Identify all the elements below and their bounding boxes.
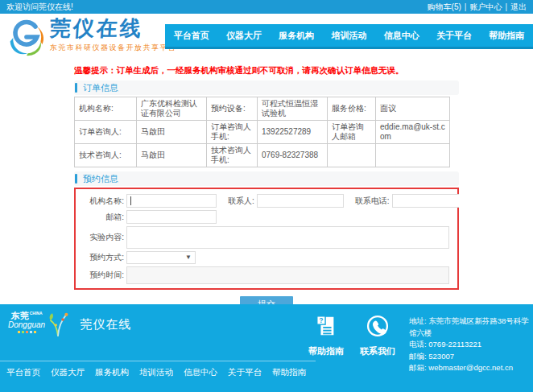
device-value: 可程式恒温恒湿试验机 [258, 97, 328, 121]
tech-contact-value: 马啟田 [137, 144, 207, 167]
divider: | [505, 2, 507, 11]
header: 莞仪在线 东莞市科研仪器设备开放共享平台 平台首页 仪器大厅 服务机构 培训活动… [0, 14, 533, 63]
empty-cell [376, 144, 450, 167]
logo-text: 莞仪在线 东莞市科研仪器设备开放共享平台 [50, 16, 177, 53]
help-guide-link[interactable]: ? 帮助指南 [308, 314, 344, 357]
footer-nav-home[interactable]: 平台首页 [6, 367, 40, 378]
footer-nav: 平台首页 仪器大厅 服务机构 培训活动 信息中心 关于平台 帮助指南 [6, 367, 306, 378]
table-row: 订单咨询人: 马啟田 订单咨询人手机: 13922527289 订单咨询人邮箱 … [75, 121, 450, 144]
table-row: 技术咨询人: 马啟田 技术咨询人手机: 0769-82327388 [75, 144, 450, 167]
tech-phone-value: 0769-82327388 [258, 144, 328, 167]
booking-phone-label: 联系电话: [355, 196, 390, 207]
footer-brand: 东莞CHINA Dongguan 莞仪在线 [8, 311, 131, 341]
footer-contact-info: 地址: 东莞市莞城区新芬路38号科学馆六楼 电话: 0769-22113221 … [409, 316, 533, 374]
booking-method-label: 预约方式: [77, 252, 124, 263]
svg-text:?: ? [319, 316, 323, 324]
page: 欢迎访问莞仪在线! 购物车(5)|账户中心|退出 莞仪在线 东莞市科研仪器设备开… [0, 0, 533, 392]
order-info-title: 订单信息 [83, 82, 118, 94]
section-accent-bar [75, 83, 77, 93]
order-phone-value: 13922527289 [258, 121, 328, 144]
device-label: 预约设备: [207, 97, 258, 121]
footer-address: 地址: 东莞市莞城区新芬路38号科学馆六楼 [409, 316, 533, 339]
org-name-label: 机构名称: [75, 97, 137, 121]
chevron-down-icon: ▼ [185, 254, 192, 261]
footer-phone: 电话: 0769-22113221 [409, 339, 533, 351]
contact-phone-icon [366, 327, 390, 340]
footer-nav-training[interactable]: 培训活动 [139, 367, 173, 378]
price-label: 服务价格: [328, 97, 376, 121]
account-link[interactable]: 账户中心 [469, 2, 502, 11]
nav-item-help[interactable]: 帮助指南 [489, 30, 524, 42]
booking-phone-input[interactable] [392, 194, 459, 208]
booking-content-label: 实验内容: [77, 232, 124, 243]
nav-item-training[interactable]: 培训活动 [331, 30, 366, 42]
contact-us-link[interactable]: 联系我们 [360, 314, 395, 357]
welcome-text: 欢迎访问莞仪在线! [6, 2, 73, 13]
nav-item-instruments[interactable]: 仪器大厅 [226, 30, 262, 42]
booking-email-label: 邮箱: [77, 212, 124, 223]
footer-nav-agencies[interactable]: 服务机构 [95, 367, 129, 378]
order-info-table: 机构名称: 广东优科检测认证有限公司 预约设备: 可程式恒温恒湿试验机 服务价格… [74, 97, 450, 167]
nav-item-info-center[interactable]: 信息中心 [384, 30, 419, 42]
site-title: 莞仪在线 [49, 16, 178, 40]
text-caret [130, 196, 131, 205]
nav-item-home[interactable]: 平台首页 [174, 30, 209, 42]
dongguan-city-logo: 东莞CHINA Dongguan [8, 311, 45, 333]
order-info-section-header: 订单信息 [74, 80, 459, 95]
footer-divider [0, 361, 316, 361]
footer-site-name: 莞仪在线 [80, 317, 131, 332]
footer-postcode: 邮编: 523007 [409, 351, 533, 363]
booking-form: 机构名称: 联系人: 联系电话: 邮箱: 实验内容: 预约方式: ▼ 预约时间: [74, 188, 459, 290]
logo-g-hands-icon [6, 16, 45, 61]
order-contact-label: 订单咨询人: [75, 121, 137, 144]
booking-time-label: 预约时间: [77, 270, 124, 281]
footer-nav-instruments[interactable]: 仪器大厅 [51, 367, 85, 378]
booking-info-title: 预约信息 [83, 173, 118, 185]
footer-nav-help[interactable]: 帮助指南 [272, 367, 306, 378]
footer-quick-links: ? 帮助指南 联系我们 [308, 314, 395, 357]
booking-contact-label: 联系人: [228, 196, 254, 207]
order-email-label: 订单咨询人邮箱 [328, 121, 376, 144]
topbar-links: 购物车(5)|账户中心|退出 [428, 2, 527, 13]
footer-nav-info-center[interactable]: 信息中心 [184, 367, 217, 378]
booking-org-input[interactable] [126, 194, 217, 208]
empty-cell [328, 144, 376, 167]
site-tagline: 东莞市科研仪器设备开放共享平台 [50, 43, 177, 53]
booking-time-field[interactable] [126, 266, 449, 284]
section-accent-bar [75, 174, 77, 184]
booking-method-select[interactable]: ▼ [126, 251, 196, 264]
site-logo[interactable]: 莞仪在线 东莞市科研仪器设备开放共享平台 [6, 16, 177, 61]
order-contact-value: 马啟田 [137, 121, 207, 144]
booking-email-input[interactable] [126, 210, 217, 224]
nav-item-about[interactable]: 关于平台 [436, 30, 472, 42]
divider: | [465, 2, 467, 11]
nav-item-agencies[interactable]: 服务机构 [279, 30, 314, 42]
topbar: 欢迎访问莞仪在线! 购物车(5)|账户中心|退出 [0, 0, 533, 14]
main-nav: 平台首页 仪器大厅 服务机构 培训活动 信息中心 关于平台 帮助指南 [165, 24, 533, 49]
table-row: 机构名称: 广东优科检测认证有限公司 预约设备: 可程式恒温恒湿试验机 服务价格… [75, 97, 450, 121]
booking-info-section-header: 预约信息 [74, 171, 459, 186]
tech-contact-label: 技术咨询人: [75, 144, 137, 167]
price-value: 面议 [376, 97, 450, 121]
order-phone-label: 订单咨询人手机: [207, 121, 258, 144]
tech-phone-label: 技术咨询人手机: [207, 144, 258, 167]
logout-link[interactable]: 退出 [510, 2, 527, 11]
booking-contact-input[interactable] [257, 194, 344, 208]
logo-color-dots [8, 331, 45, 333]
submit-button[interactable]: 提交 [240, 296, 293, 304]
booking-org-label: 机构名称: [77, 196, 124, 207]
order-email-value: eddie.ma@uk-st.com [376, 121, 450, 144]
help-guide-icon: ? [314, 327, 338, 340]
cart-link[interactable]: 购物车(5) [428, 2, 461, 11]
footer-email: 邮箱: webmaster@dgcc.net.cn [409, 362, 533, 374]
footer: 东莞CHINA Dongguan 莞仪在线 [0, 304, 533, 392]
org-name-value: 广东优科检测认证有限公司 [137, 97, 207, 121]
experiment-content-textarea[interactable] [126, 226, 449, 249]
footer-nav-about[interactable]: 关于平台 [228, 367, 262, 378]
main-content: 温馨提示：订单生成后，一经服务机构审核通过则不可取消，请再次确认订单信息无误。 … [74, 63, 459, 304]
order-warning-text: 温馨提示：订单生成后，一经服务机构审核通过则不可取消，请再次确认订单信息无误。 [74, 65, 459, 76]
plant-flower-icon [48, 311, 68, 341]
